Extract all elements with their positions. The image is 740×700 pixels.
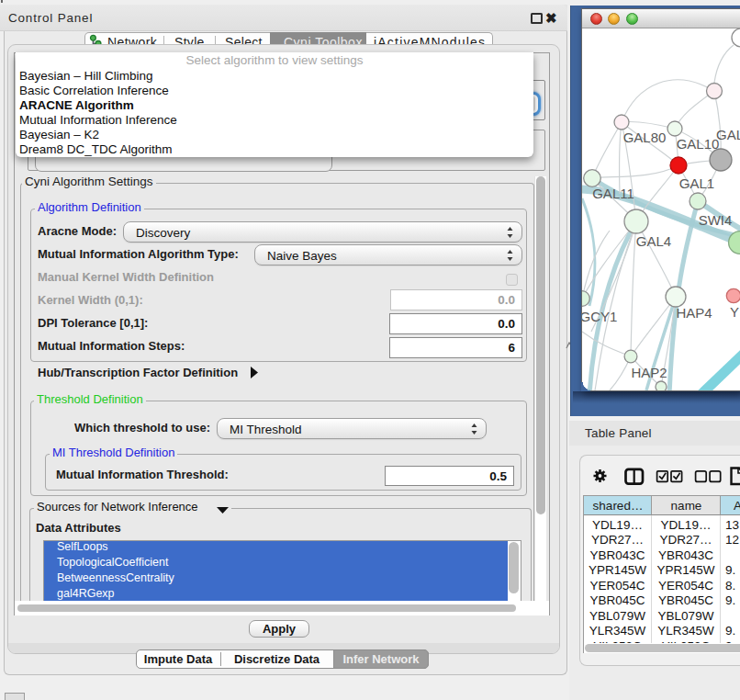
svg-text:GCY1: GCY1 bbox=[582, 309, 617, 324]
svg-text:GAL11: GAL11 bbox=[592, 186, 634, 201]
svg-text:HAP2: HAP2 bbox=[631, 365, 667, 380]
svg-text:GAL80: GAL80 bbox=[623, 130, 667, 145]
svg-text:GAL: GAL bbox=[716, 127, 740, 142]
svg-text:GAL10: GAL10 bbox=[677, 136, 720, 152]
svg-text:GAL1: GAL1 bbox=[679, 175, 714, 191]
svg-text:GAL4: GAL4 bbox=[636, 233, 671, 249]
svg-text:HAP4: HAP4 bbox=[676, 305, 712, 321]
svg-text:SWI4: SWI4 bbox=[699, 212, 733, 228]
svg-text:Y: Y bbox=[730, 304, 739, 320]
